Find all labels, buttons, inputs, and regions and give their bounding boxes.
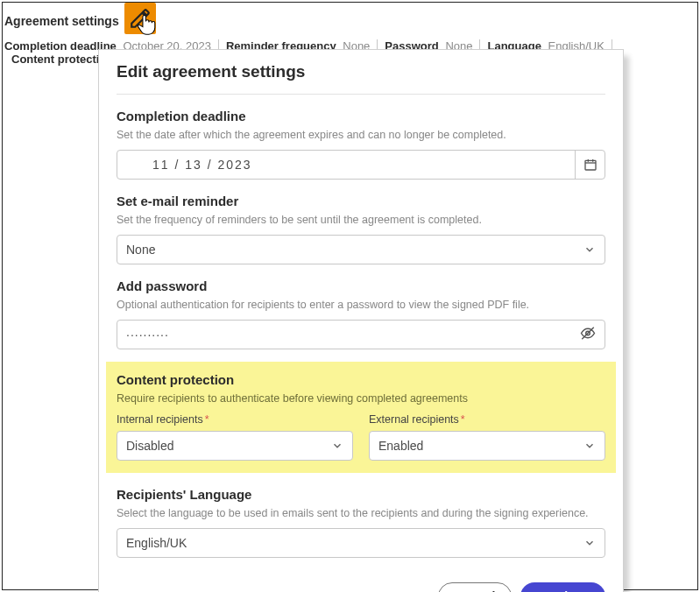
language-select[interactable]: English/UK xyxy=(117,528,605,558)
section-password: Add password Optional authentication for… xyxy=(117,278,605,349)
section-title: Content protection xyxy=(117,372,605,387)
section-title: Add password xyxy=(117,278,605,293)
modal-footer: Cancel Continue xyxy=(117,582,605,592)
calendar-icon[interactable] xyxy=(575,151,605,179)
date-input[interactable]: 11 / 13 / 2023 xyxy=(117,150,605,180)
section-title: Recipients' Language xyxy=(117,487,605,502)
section-content-protection: Content protection Require recipients to… xyxy=(106,362,616,473)
password-input[interactable]: ·········· xyxy=(117,320,605,349)
chevron-down-icon xyxy=(583,537,596,549)
cancel-button[interactable]: Cancel xyxy=(438,582,512,592)
internal-recipients-select[interactable]: Disabled xyxy=(117,431,353,461)
chevron-down-icon xyxy=(583,243,596,256)
chevron-down-icon xyxy=(331,440,343,452)
section-title: Set e-mail reminder xyxy=(117,194,605,208)
visibility-off-icon[interactable] xyxy=(580,326,596,344)
section-desc: Optional authentication for recipients t… xyxy=(117,299,605,311)
external-recipients-select[interactable]: Enabled xyxy=(369,431,605,461)
pencil-icon xyxy=(129,7,152,30)
continue-button[interactable]: Continue xyxy=(520,582,605,592)
section-reminder: Set e-mail reminder Set the frequency of… xyxy=(117,194,605,264)
section-title: Completion deadline xyxy=(117,109,605,123)
modal-title: Edit agreement settings xyxy=(117,57,605,95)
edit-settings-button[interactable] xyxy=(124,3,156,34)
edit-settings-modal: Edit agreement settings Completion deadl… xyxy=(98,49,624,592)
section-desc: Set the date after which the agreement e… xyxy=(117,129,605,141)
reminder-select[interactable]: None xyxy=(117,235,605,264)
section-completion-deadline: Completion deadline Set the date after w… xyxy=(117,109,605,180)
svg-rect-0 xyxy=(585,160,596,170)
section-language: Recipients' Language Select the language… xyxy=(117,487,605,558)
section-desc: Set the frequency of reminders to be sen… xyxy=(117,214,605,226)
external-recipients-label: External recipients* xyxy=(369,413,605,426)
page-title: Agreement settings xyxy=(4,14,119,28)
section-desc: Require recipients to authenticate befor… xyxy=(117,392,605,405)
internal-recipients-label: Internal recipients* xyxy=(117,413,353,426)
chevron-down-icon xyxy=(583,440,596,452)
section-desc: Select the language to be used in emails… xyxy=(117,507,605,519)
